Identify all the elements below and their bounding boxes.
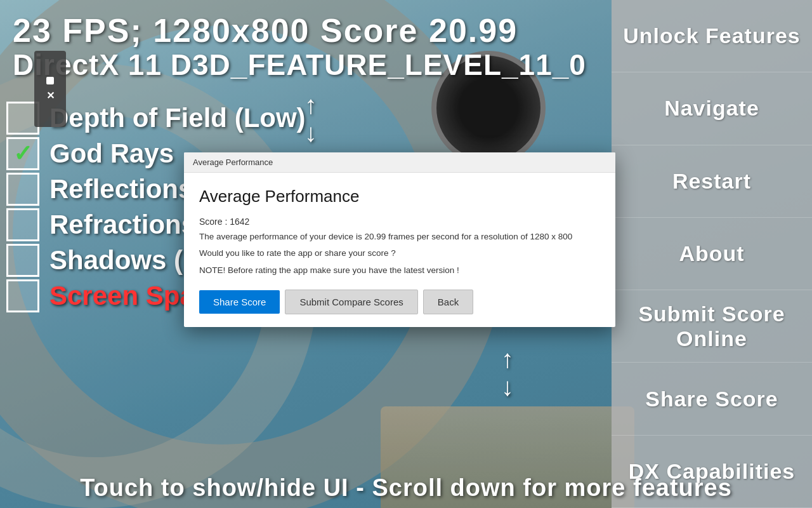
submit-score-online-button[interactable]: Submit Score Online — [612, 290, 812, 363]
restart-button[interactable]: Restart — [612, 145, 812, 218]
bottom-hint: Touch to show/hide UI - Scroll down for … — [0, 474, 812, 502]
dialog-titlebar: Average Performance — [184, 152, 615, 173]
panel-indicator[interactable]: ✕ — [34, 51, 66, 127]
dialog-submit-compare-button[interactable]: Submit Compare Scores — [285, 290, 417, 314]
dialog-body: Average Performance Score : 1642 The ave… — [184, 173, 615, 327]
arrow-up-ssao-icon: ↑ — [501, 346, 514, 371]
dialog-text3: NOTE! Before rating the app make sure yo… — [199, 264, 600, 277]
scroll-arrows-ssao[interactable]: ↑ ↓ — [501, 346, 514, 399]
dialog-text2: Would you like to rate the app or share … — [199, 247, 600, 260]
fps-score-text: 23 FPS; 812x508 Score 20.99 — [13, 13, 586, 49]
dx-info-text: DirectX 11 D3D_FEATURE_LEVEL_11_0 — [13, 49, 586, 81]
checkbox-god-rays[interactable]: ✓ — [6, 137, 39, 170]
feature-label-reflections: Reflections — [49, 174, 193, 204]
checkbox-reflections[interactable] — [6, 173, 39, 206]
dialog-buttons: Share Score Submit Compare Scores Back — [199, 290, 600, 314]
navigate-button[interactable]: Navigate — [612, 72, 812, 145]
top-info: 23 FPS; 812x508 Score 20.99 DirectX 11 … — [13, 13, 586, 81]
checkbox-refractions[interactable] — [6, 208, 39, 241]
feature-label-refractions: Refractions — [49, 210, 196, 240]
share-score-button[interactable]: Share Score — [612, 363, 812, 435]
dialog-title: Average Performance — [199, 187, 600, 206]
dialog-share-score-button[interactable]: Share Score — [199, 290, 280, 314]
panel-x: ✕ — [46, 90, 55, 102]
checkmark-god-rays: ✓ — [13, 140, 32, 167]
arrow-down-ssao-icon: ↓ — [501, 374, 514, 399]
checkbox-shadows[interactable] — [6, 244, 39, 277]
dialog-text1: The average performance of your device i… — [199, 231, 600, 243]
average-performance-dialog: Average Performance Average Performance … — [184, 152, 615, 327]
sidebar-buttons: Unlock Features Navigate Restart About S… — [612, 0, 812, 508]
unlock-features-button[interactable]: Unlock Features — [612, 0, 812, 72]
feature-label-depth-of-field: Depth of Field (Low) — [49, 103, 306, 133]
dialog-back-button[interactable]: Back — [423, 290, 473, 314]
panel-dot — [46, 77, 54, 84]
dialog-score: Score : 1642 — [199, 217, 600, 227]
feature-item-depth-of-field[interactable]: Depth of Field (Low) — [6, 102, 552, 135]
about-button[interactable]: About — [612, 218, 812, 290]
feature-label-god-rays: God Rays — [49, 138, 174, 169]
checkbox-ssao[interactable] — [6, 279, 39, 312]
